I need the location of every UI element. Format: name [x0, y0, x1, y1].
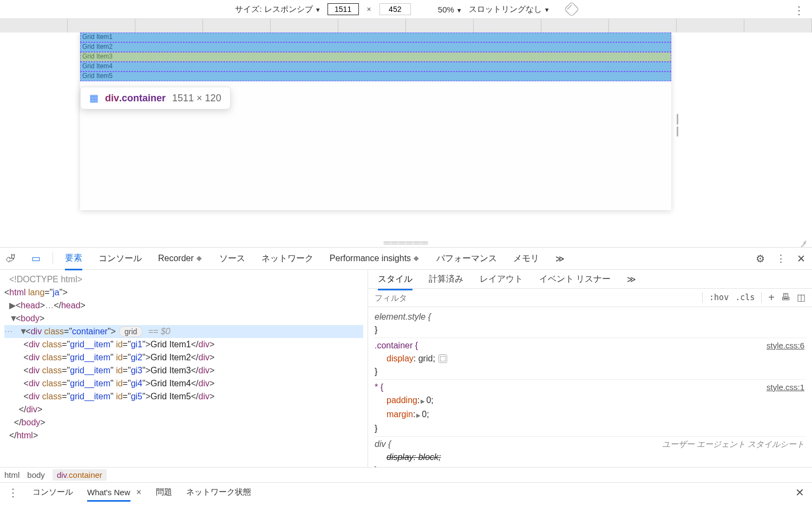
rule-ua-div[interactable]: ユーザー エージェント スタイルシート div { display: block…	[374, 437, 807, 467]
styles-tabs-overflow[interactable]: ≫	[627, 274, 636, 284]
cls-toggle[interactable]: .cls	[735, 293, 755, 302]
devtools-tabs: ⮰ ▭ 要素 コンソール Recorder⯁ ソース ネットワーク Perfor…	[0, 247, 812, 270]
tab-console[interactable]: コンソール	[99, 253, 142, 264]
ruler	[0, 18, 812, 33]
rule-element-style[interactable]: element.style { }	[374, 309, 807, 338]
device-toolbar-menu-icon[interactable]: ⋮	[794, 4, 804, 17]
rule-container[interactable]: style.css:6 .container { display: grid; …	[374, 338, 807, 380]
grid-item: Grid Item1	[80, 33, 671, 42]
drawer-tab-network-conditions[interactable]: ネットワーク状態	[186, 487, 251, 497]
device-toolbar: サイズ: レスポンシブ▼ × 50%▼ スロットリングなし▼ ⋮	[0, 0, 812, 18]
styles-tab-listeners[interactable]: イベント リスナー	[539, 274, 611, 285]
drawer-tab-issues[interactable]: 問題	[156, 487, 172, 497]
page-scrollbar[interactable]	[677, 114, 681, 137]
styles-tab-layout[interactable]: レイアウト	[480, 274, 523, 285]
device-toggle-icon[interactable]: ▭	[31, 252, 41, 264]
rule-source-link[interactable]: style.css:1	[767, 381, 804, 394]
dim-separator: ×	[367, 5, 371, 14]
crumb-body[interactable]: body	[27, 470, 45, 479]
styles-tab-styles[interactable]: スタイル	[378, 274, 412, 290]
dom-doctype: <!DOCTYPE html>	[9, 275, 82, 284]
new-rule-icon[interactable]: +	[768, 291, 775, 304]
grid-badge[interactable]: grid	[119, 326, 142, 337]
grid-item: Grid Item3	[80, 52, 671, 62]
styles-filter-input[interactable]	[375, 293, 696, 302]
element-tooltip: ▦ div.container 1511 × 120	[80, 87, 231, 109]
crumb-selected[interactable]: div.container	[53, 469, 107, 481]
panels: <!DOCTYPE html> <html lang="ja"> ▶<head>…	[0, 270, 812, 467]
rule-source-link[interactable]: style.css:6	[767, 339, 804, 352]
throttling-select[interactable]: スロットリングなし▼	[469, 4, 550, 15]
styles-tabs: スタイル 計算済み レイアウト イベント リスナー ≫	[368, 270, 812, 289]
settings-icon[interactable]: ⚙	[756, 252, 765, 265]
size-mode-select[interactable]: サイズ: レスポンシブ▼	[235, 4, 320, 15]
tab-performance[interactable]: パフォーマンス	[436, 253, 497, 264]
computed-styles-icon[interactable]: 🖶	[781, 292, 790, 303]
tooltip-class: .container	[119, 93, 166, 103]
rule-ua-label: ユーザー エージェント スタイルシート	[662, 438, 804, 451]
tab-network[interactable]: ネットワーク	[261, 253, 313, 264]
panel-drag-handle[interactable]: ══════	[0, 238, 812, 247]
styles-pane: スタイル 計算済み レイアウト イベント リスナー ≫ :hov .cls + …	[368, 270, 812, 467]
crumb-html[interactable]: html	[4, 470, 19, 479]
grid-item: Grid Item4	[80, 62, 671, 72]
drawer-tab-console[interactable]: コンソール	[32, 487, 73, 497]
grid-badge-icon: ▦	[89, 92, 99, 104]
resize-grip-icon[interactable]	[798, 238, 806, 246]
devtools-menu-icon[interactable]: ⋮	[776, 252, 786, 265]
hov-toggle[interactable]: :hov	[709, 293, 729, 302]
dom-breadcrumbs: html body div.container	[0, 467, 812, 482]
grid-editor-icon[interactable]	[438, 354, 447, 363]
toggle-sidebar-icon[interactable]: ◫	[797, 292, 806, 303]
viewport-height-input[interactable]	[379, 3, 411, 15]
close-devtools-icon[interactable]: ✕	[797, 252, 806, 265]
close-drawer-icon[interactable]: ✕	[795, 486, 804, 499]
tooltip-dimensions: 1511 × 120	[172, 93, 221, 104]
drawer-tab-whatsnew[interactable]: What's New	[87, 488, 130, 502]
tab-sources[interactable]: ソース	[219, 253, 245, 264]
styles-tab-computed[interactable]: 計算済み	[429, 274, 463, 285]
tab-elements[interactable]: 要素	[65, 252, 82, 270]
tab-memory[interactable]: メモリ	[513, 253, 539, 264]
viewport-preview: Grid Item1 Grid Item2 Grid Item3 Grid It…	[0, 33, 812, 238]
dom-selected-node[interactable]: ⋯ ▼<div class="container">grid == $0	[4, 325, 363, 338]
drawer-menu-icon[interactable]: ⋮	[8, 486, 18, 499]
grid-overlay: Grid Item1 Grid Item2 Grid Item3 Grid It…	[80, 33, 671, 81]
zoom-select[interactable]: 50%▼	[438, 5, 462, 14]
grid-item: Grid Item5	[80, 72, 671, 81]
style-rules[interactable]: element.style { } style.css:6 .container…	[368, 307, 812, 467]
tab-perf-insights[interactable]: Performance insights⯁	[330, 254, 420, 263]
drawer-tabs: ⋮ コンソール What's New ✕ 問題 ネットワーク状態 ✕	[0, 482, 812, 502]
grid-item: Grid Item2	[80, 42, 671, 52]
tabs-overflow[interactable]: ≫	[555, 254, 565, 264]
rotate-icon[interactable]	[564, 2, 579, 17]
dom-tree[interactable]: <!DOCTYPE html> <html lang="ja"> ▶<head>…	[0, 270, 368, 467]
tab-recorder[interactable]: Recorder⯁	[158, 254, 203, 263]
rule-universal[interactable]: style.css:1 * { padding:▶0; margin:▶0; }	[374, 380, 807, 437]
rendered-page[interactable]: Grid Item1 Grid Item2 Grid Item3 Grid It…	[80, 33, 671, 210]
styles-filter-bar: :hov .cls + 🖶 ◫	[368, 289, 812, 307]
close-tab-icon[interactable]: ✕	[136, 488, 142, 496]
inspect-element-icon[interactable]: ⮰	[5, 253, 15, 264]
tooltip-tag: div	[105, 93, 119, 103]
viewport-width-input[interactable]	[328, 3, 359, 15]
